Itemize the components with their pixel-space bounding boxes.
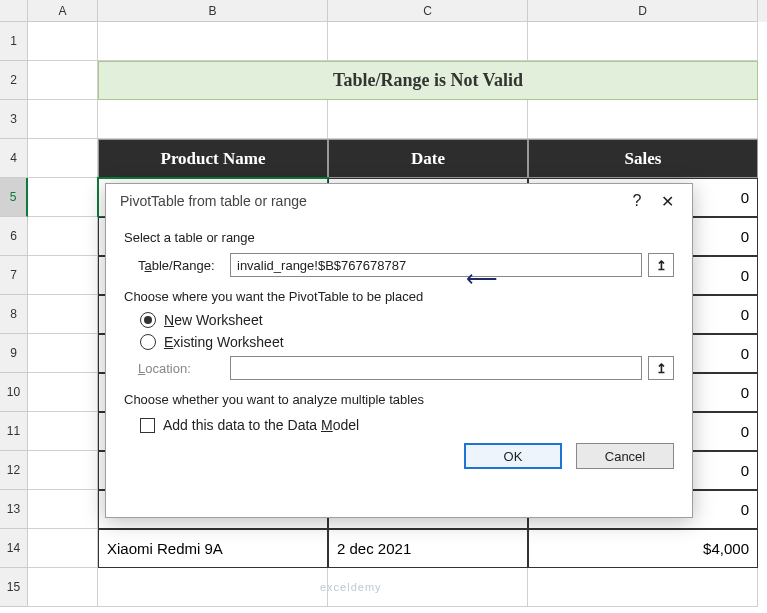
header-date[interactable]: Date	[328, 139, 528, 178]
radio-icon	[140, 334, 156, 350]
row-header[interactable]: 10	[0, 373, 28, 412]
radio-icon	[140, 312, 156, 328]
cell[interactable]	[28, 178, 98, 217]
range-label: Table/Range:	[138, 258, 230, 273]
header-sales[interactable]: Sales	[528, 139, 758, 178]
cell[interactable]	[28, 217, 98, 256]
row-header[interactable]: 6	[0, 217, 28, 256]
row-header[interactable]: 2	[0, 61, 28, 100]
range-input[interactable]: invalid_range!$B$767678787	[230, 253, 642, 277]
cell[interactable]	[28, 529, 98, 568]
radio-label: New Worksheet	[164, 312, 263, 328]
help-icon[interactable]: ?	[622, 192, 652, 210]
row-headers: 1 2 3 4 5 6 7 8 9 10 11 12 13 14 15	[0, 22, 28, 607]
collapse-icon: ↥	[656, 361, 667, 376]
location-picker-button[interactable]: ↥	[648, 356, 674, 380]
cell[interactable]	[28, 373, 98, 412]
col-header-b[interactable]: B	[98, 0, 328, 22]
radio-existing-worksheet[interactable]: Existing Worksheet	[140, 334, 674, 350]
cell[interactable]	[528, 22, 758, 61]
row-header[interactable]: 4	[0, 139, 28, 178]
column-headers: A B C D	[0, 0, 767, 22]
row-header[interactable]: 1	[0, 22, 28, 61]
radio-label: Existing Worksheet	[164, 334, 284, 350]
cell[interactable]	[98, 568, 328, 607]
cell-product[interactable]: Xiaomi Redmi 9A	[98, 529, 328, 568]
cell[interactable]	[28, 256, 98, 295]
location-label: Location:	[138, 361, 230, 376]
ok-button[interactable]: OK	[464, 443, 562, 469]
row-header[interactable]: 14	[0, 529, 28, 568]
cell[interactable]	[528, 100, 758, 139]
location-input[interactable]	[230, 356, 642, 380]
cell-date[interactable]: 2 dec 2021	[328, 529, 528, 568]
row-header[interactable]: 3	[0, 100, 28, 139]
cell[interactable]	[28, 490, 98, 529]
cell-sales[interactable]: $4,000	[528, 529, 758, 568]
col-header-d[interactable]: D	[528, 0, 758, 22]
cell[interactable]	[328, 100, 528, 139]
checkbox-data-model[interactable]: Add this data to the Data Model	[140, 417, 674, 433]
select-all-corner[interactable]	[0, 0, 28, 22]
row-header[interactable]: 11	[0, 412, 28, 451]
dialog-title-text: PivotTable from table or range	[120, 193, 307, 209]
cell[interactable]	[528, 568, 758, 607]
row-header[interactable]: 7	[0, 256, 28, 295]
col-header-c[interactable]: C	[328, 0, 528, 22]
row-header[interactable]: 12	[0, 451, 28, 490]
checkbox-icon	[140, 418, 155, 433]
header-product[interactable]: Product Name	[98, 139, 328, 178]
cell[interactable]	[98, 100, 328, 139]
row-header[interactable]: 9	[0, 334, 28, 373]
range-picker-button[interactable]: ↥	[648, 253, 674, 277]
pivottable-dialog: PivotTable from table or range ? ✕ Selec…	[105, 183, 693, 518]
checkbox-label: Add this data to the Data Model	[163, 417, 359, 433]
row-header[interactable]: 13	[0, 490, 28, 529]
cell[interactable]	[98, 22, 328, 61]
row-header-selected[interactable]: 5	[0, 178, 28, 217]
col-header-a[interactable]: A	[28, 0, 98, 22]
close-icon[interactable]: ✕	[652, 192, 682, 211]
section-select-range: Select a table or range	[124, 230, 674, 245]
cell[interactable]	[28, 100, 98, 139]
cell[interactable]	[28, 568, 98, 607]
title-band[interactable]: Table/Range is Not Valid	[98, 61, 758, 100]
cell[interactable]	[28, 451, 98, 490]
cell[interactable]	[28, 22, 98, 61]
cell[interactable]	[28, 139, 98, 178]
watermark-text: exceldemy	[320, 581, 382, 593]
section-placement: Choose where you want the PivotTable to …	[124, 289, 674, 304]
cell[interactable]	[328, 22, 528, 61]
row-header[interactable]: 8	[0, 295, 28, 334]
cell[interactable]	[28, 412, 98, 451]
cancel-button[interactable]: Cancel	[576, 443, 674, 469]
cell[interactable]	[28, 61, 98, 100]
collapse-icon: ↥	[656, 258, 667, 273]
cell[interactable]	[28, 295, 98, 334]
radio-new-worksheet[interactable]: New Worksheet	[140, 312, 674, 328]
row-header[interactable]: 15	[0, 568, 28, 607]
section-analyze: Choose whether you want to analyze multi…	[124, 392, 674, 407]
cell[interactable]	[28, 334, 98, 373]
dialog-titlebar[interactable]: PivotTable from table or range ? ✕	[106, 184, 692, 218]
